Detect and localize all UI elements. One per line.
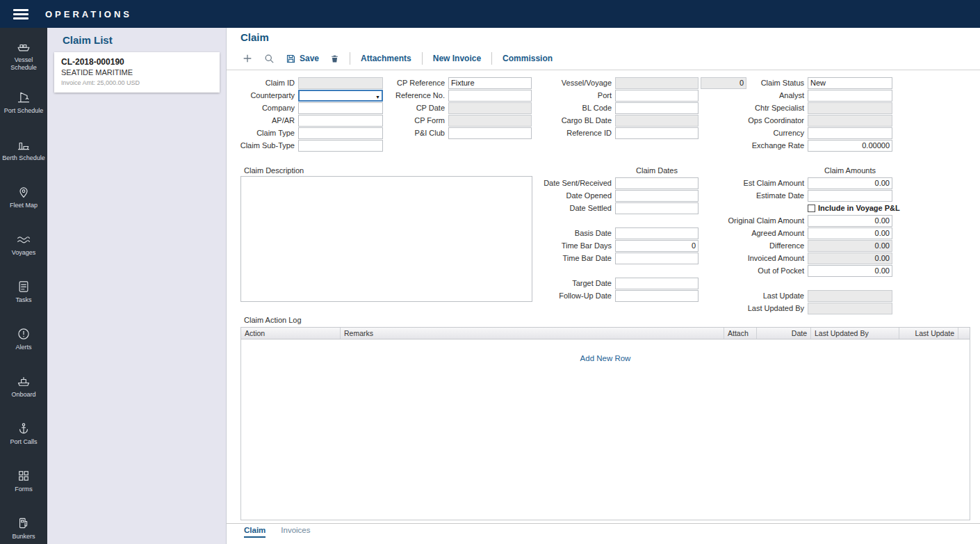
- difference-field: 0.00: [808, 240, 892, 252]
- pi-club-label: P&I Club: [351, 127, 448, 139]
- delete-button[interactable]: [325, 52, 345, 65]
- basis-date-field[interactable]: [615, 227, 699, 239]
- time-bar-days-field[interactable]: 0: [615, 240, 699, 252]
- forms-icon: [17, 468, 31, 483]
- time-bar-date-field[interactable]: [615, 253, 699, 264]
- sidebar-item-onboard[interactable]: Onboard: [0, 362, 47, 410]
- claim-detail-panel: Claim Save Attachments New Invoice Commi…: [226, 28, 980, 544]
- vessel-voyage-label: Vessel/Voyage: [518, 77, 615, 89]
- trash-icon: [330, 54, 339, 64]
- last-updated-by-label: Last Updated By: [710, 303, 808, 314]
- tab-claim[interactable]: Claim: [244, 526, 266, 538]
- port-field[interactable]: [615, 90, 699, 102]
- sidebar-item-vessel-schedule[interactable]: Vessel Schedule: [0, 31, 47, 79]
- date-settled-field[interactable]: [615, 202, 699, 214]
- claim-sub-type-field[interactable]: [298, 140, 383, 152]
- ops-coordinator-field: [808, 115, 892, 127]
- save-icon: [286, 54, 296, 64]
- sidebar-item-port-schedule[interactable]: Port Schedule: [0, 79, 47, 126]
- log-column-remarks[interactable]: Remarks: [341, 328, 724, 339]
- topbar: OPERATIONS: [0, 0, 980, 28]
- claim-card-company: SEATIDE MARITIME: [61, 68, 213, 77]
- toolbar: Save Attachments New Invoice Commission: [236, 49, 558, 68]
- claim-action-log-body: Add New Row: [241, 354, 970, 535]
- date-sent-received-field[interactable]: [615, 177, 699, 189]
- follow-up-date-field[interactable]: [615, 290, 699, 302]
- log-column-action[interactable]: Action: [241, 328, 341, 339]
- claim-description-label: Claim Description: [244, 166, 304, 175]
- invoiced-amount-field: 0.00: [808, 253, 892, 264]
- sidebar-item-voyages[interactable]: Voyages: [0, 221, 47, 268]
- search-icon: [264, 54, 275, 64]
- basis-date-label: Basis Date: [518, 227, 615, 239]
- out-of-pocket-label: Out of Pocket: [710, 265, 808, 277]
- plus-icon: [242, 53, 253, 64]
- cargo-bl-date-label: Cargo BL Date: [518, 115, 615, 127]
- chtr-specialist-field: [808, 102, 892, 114]
- fleet-map-icon: [17, 184, 31, 200]
- estimate-date-label: Estimate Date: [710, 190, 808, 202]
- sidebar-item-label: Port Schedule: [2, 107, 45, 115]
- tab-invoices[interactable]: Invoices: [281, 526, 310, 538]
- bunkers-icon: [17, 515, 31, 531]
- page: OPERATIONS Vessel Schedule Port Schedule…: [0, 0, 980, 544]
- sidebar-item-forms[interactable]: Forms: [0, 457, 47, 504]
- sidebar-item-berth-schedule[interactable]: Berth Schedule: [0, 126, 47, 173]
- estimate-date-field[interactable]: [808, 190, 892, 202]
- menu-icon[interactable]: [13, 9, 28, 19]
- commission-button[interactable]: Commission: [497, 52, 558, 65]
- log-column-attach[interactable]: Attach: [724, 328, 757, 339]
- ops-coordinator-label: Ops Coordinator: [710, 115, 808, 127]
- original-claim-amount-field[interactable]: 0.00: [808, 215, 892, 227]
- include-in-voyage-pnl-checkbox[interactable]: [808, 205, 815, 212]
- date-sent-received-label: Date Sent/Received: [518, 177, 615, 189]
- log-column-last-updated-by[interactable]: Last Updated By: [811, 328, 899, 339]
- bl-code-field[interactable]: [615, 102, 699, 114]
- add-new-row-link[interactable]: Add New Row: [241, 354, 970, 362]
- include-in-voyage-pnl-row: Include in Voyage P&L: [808, 204, 900, 212]
- reference-id-field[interactable]: [615, 127, 699, 139]
- sidebar-item-bunkers[interactable]: Bunkers: [0, 504, 47, 544]
- agreed-amount-field[interactable]: 0.00: [808, 227, 892, 239]
- currency-field[interactable]: [808, 127, 892, 139]
- date-opened-field[interactable]: [615, 190, 699, 202]
- analyst-label: Analyst: [710, 90, 808, 102]
- analyst-field[interactable]: [808, 90, 892, 102]
- claim-status-field[interactable]: New: [808, 77, 892, 89]
- sidebar-item-label: Onboard: [2, 391, 45, 399]
- est-claim-amount-field[interactable]: 0.00: [808, 177, 892, 189]
- follow-up-date-label: Follow-Up Date: [518, 290, 615, 302]
- claim-list-title: Claim List: [63, 34, 226, 46]
- search-button[interactable]: [259, 52, 280, 65]
- last-update-field: [808, 290, 892, 302]
- add-button[interactable]: [236, 51, 259, 65]
- original-claim-amount-label: Original Claim Amount: [710, 215, 808, 227]
- attachments-button[interactable]: Attachments: [355, 52, 417, 65]
- agreed-amount-label: Agreed Amount: [710, 227, 808, 239]
- reference-id-label: Reference ID: [518, 127, 615, 139]
- sidebar-item-label: Alerts: [2, 344, 45, 351]
- sidebar-item-tasks[interactable]: Tasks: [0, 268, 47, 315]
- sidebar-item-port-calls[interactable]: Port Calls: [0, 410, 47, 457]
- claim-list-item[interactable]: CL-2018-000190 SEATIDE MARITIME Invoice …: [54, 52, 220, 93]
- bl-code-label: BL Code: [518, 102, 615, 114]
- new-invoice-button[interactable]: New Invoice: [427, 52, 487, 65]
- sidebar-item-label: Port Calls: [2, 438, 45, 446]
- invoiced-amount-label: Invoiced Amount: [710, 253, 808, 264]
- est-claim-amount-label: Est Claim Amount: [710, 177, 808, 189]
- log-column-date[interactable]: Date: [757, 328, 811, 339]
- out-of-pocket-field[interactable]: 0.00: [808, 265, 892, 277]
- sidebar-item-fleet-map[interactable]: Fleet Map: [0, 173, 47, 221]
- save-button[interactable]: Save: [280, 52, 325, 65]
- claim-description-field[interactable]: [240, 176, 532, 302]
- sidebar-item-alerts[interactable]: Alerts: [0, 315, 47, 362]
- claim-sub-type-label: Claim Sub-Type: [227, 140, 298, 152]
- exchange-rate-field[interactable]: 0.00000: [808, 140, 892, 152]
- sidebar-item-label: Voyages: [2, 249, 45, 257]
- claim-status-label: Claim Status: [710, 77, 808, 89]
- time-bar-date-label: Time Bar Date: [518, 253, 615, 264]
- time-bar-days-label: Time Bar Days: [518, 240, 615, 252]
- sidebar-item-label: Berth Schedule: [2, 154, 45, 162]
- log-column-last-update[interactable]: Last Update: [899, 328, 958, 339]
- target-date-field[interactable]: [615, 278, 699, 289]
